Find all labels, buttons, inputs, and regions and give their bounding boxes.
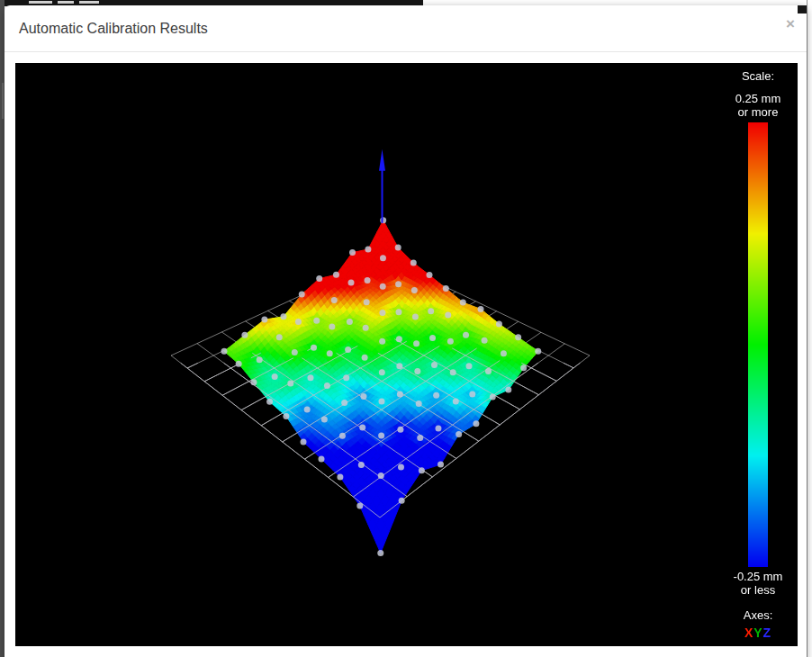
- scale-max-label: 0.25 mm: [735, 92, 781, 105]
- calibration-results-modal: Automatic Calibration Results × Scale: 0…: [5, 5, 807, 657]
- x-axis-label: X: [744, 626, 753, 640]
- background-text-fragment: [58, 1, 74, 4]
- modal-title: Automatic Calibration Results: [19, 21, 208, 37]
- page-background: Automatic Calibration Results × Scale: 0…: [0, 0, 812, 657]
- scale-min-label: -0.25 mm: [734, 570, 783, 583]
- scale-min-sublabel: or less: [741, 583, 775, 597]
- background-button-fragment: [2, 83, 4, 119]
- scale-max-sublabel: or more: [738, 105, 779, 119]
- axes-heading: Axes:: [744, 608, 773, 622]
- window-edge-line: [807, 0, 807, 657]
- background-text-fragment: [79, 1, 99, 4]
- scale-legend: Scale: 0.25 mm or more -0.25 mm or less …: [713, 63, 803, 640]
- plot-panel: Scale: 0.25 mm or more -0.25 mm or less …: [15, 63, 798, 646]
- scale-colorbar: [748, 122, 768, 567]
- y-axis-label: Y: [753, 626, 762, 640]
- background-text-fragment: [29, 1, 52, 4]
- z-axis-label: Z: [763, 626, 772, 640]
- modal-header: Automatic Calibration Results ×: [5, 5, 807, 52]
- close-icon[interactable]: ×: [786, 16, 795, 32]
- calibration-3d-plot[interactable]: [15, 63, 798, 646]
- scale-heading: Scale:: [742, 69, 774, 83]
- axes-legend: XYZ: [744, 626, 771, 640]
